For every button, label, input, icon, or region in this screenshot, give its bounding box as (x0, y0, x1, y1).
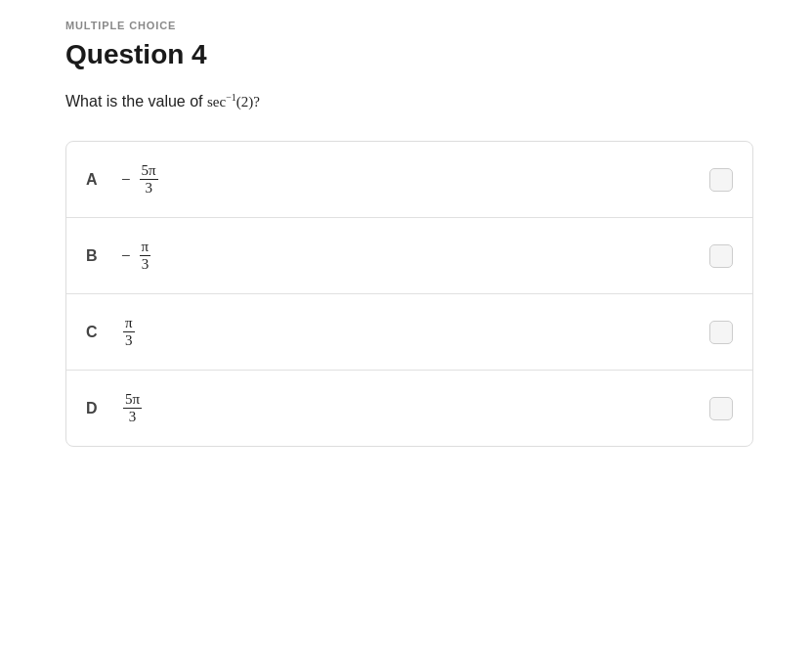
exponent: −1 (226, 92, 236, 103)
option-radio-a[interactable] (709, 168, 733, 192)
fraction: π3 (140, 240, 151, 272)
denominator: 3 (142, 256, 150, 272)
option-letter-d: D (86, 400, 121, 417)
denominator: 3 (129, 409, 137, 424)
option-content-a: −5π3 (121, 163, 709, 196)
numerator: π (140, 240, 151, 256)
denominator: 3 (145, 180, 152, 196)
minus-sign: − (121, 170, 131, 190)
option-row-d[interactable]: D5π3 (66, 371, 752, 446)
question-type-label: MULTIPLE CHOICE (65, 20, 753, 31)
option-content-b: −π3 (121, 240, 709, 272)
question-text: What is the value of sec−1(2)? (65, 90, 753, 113)
option-content-d: 5π3 (121, 392, 709, 424)
function-name: sec (207, 94, 226, 110)
question-title: Question 4 (65, 39, 753, 70)
fraction: π3 (123, 316, 135, 348)
options-container: A−5π3B−π3Cπ3D5π3 (65, 141, 753, 447)
denominator: 3 (125, 332, 133, 348)
option-radio-d[interactable] (709, 397, 733, 420)
option-row-c[interactable]: Cπ3 (66, 294, 752, 371)
option-content-c: π3 (121, 316, 709, 348)
option-radio-c[interactable] (709, 321, 733, 344)
numerator: 5π (123, 392, 142, 409)
option-row-b[interactable]: B−π3 (66, 218, 752, 294)
option-letter-b: B (86, 247, 121, 265)
minus-sign: − (121, 246, 131, 266)
numerator: 5π (140, 163, 158, 180)
numerator: π (123, 316, 135, 332)
fraction: 5π3 (140, 163, 158, 196)
option-radio-b[interactable] (709, 244, 733, 268)
option-row-a[interactable]: A−5π3 (66, 142, 752, 218)
option-letter-a: A (86, 171, 121, 189)
fraction: 5π3 (123, 392, 142, 424)
option-letter-c: C (86, 324, 121, 341)
argument: (2)? (236, 94, 260, 110)
